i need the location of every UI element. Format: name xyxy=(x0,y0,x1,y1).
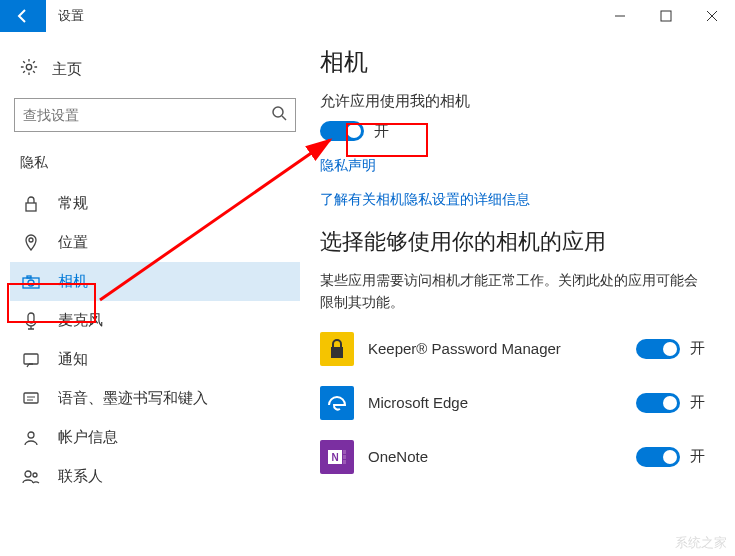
sidebar-item-label: 位置 xyxy=(58,233,88,252)
lock-icon xyxy=(20,195,42,213)
svg-point-19 xyxy=(33,473,37,477)
sidebar-item-label: 通知 xyxy=(58,350,88,369)
svg-point-5 xyxy=(273,107,283,117)
sidebar-item-label: 常规 xyxy=(58,194,88,213)
keeper-icon xyxy=(320,332,354,366)
sidebar-item-notifications[interactable]: 通知 xyxy=(10,340,300,379)
app-toggle-edge[interactable] xyxy=(636,393,680,413)
app-toggle-state: 开 xyxy=(690,393,705,412)
sidebar-item-general[interactable]: 常规 xyxy=(10,184,300,223)
sidebar-item-contacts[interactable]: 联系人 xyxy=(10,457,300,496)
app-name: Keeper® Password Manager xyxy=(368,340,636,357)
sidebar-item-speech[interactable]: 语音、墨迹书写和键入 xyxy=(10,379,300,418)
svg-rect-23 xyxy=(343,450,346,454)
learn-more-link[interactable]: 了解有关相机隐私设置的详细信息 xyxy=(320,191,705,209)
search-field[interactable] xyxy=(23,107,271,123)
svg-point-4 xyxy=(26,64,31,69)
sidebar-item-microphone[interactable]: 麦克风 xyxy=(10,301,300,340)
sidebar-item-label: 联系人 xyxy=(58,467,103,486)
svg-rect-14 xyxy=(24,393,38,403)
app-name: Microsoft Edge xyxy=(368,394,636,411)
sidebar-item-location[interactable]: 位置 xyxy=(10,223,300,262)
contacts-icon xyxy=(20,469,42,485)
svg-rect-20 xyxy=(331,347,343,358)
svg-rect-24 xyxy=(343,455,346,459)
account-icon xyxy=(20,430,42,446)
onenote-icon: N xyxy=(320,440,354,474)
toggle-caption: 允许应用使用我的相机 xyxy=(320,92,705,111)
notification-icon xyxy=(20,352,42,368)
svg-point-8 xyxy=(29,238,33,242)
microphone-icon xyxy=(20,312,42,330)
group-header-privacy: 隐私 xyxy=(10,150,300,176)
minimize-button[interactable] xyxy=(597,0,643,32)
app-toggle-onenote[interactable] xyxy=(636,447,680,467)
svg-point-17 xyxy=(28,432,34,438)
main-panel: 相机 允许应用使用我的相机 开 隐私声明 了解有关相机隐私设置的详细信息 选择能… xyxy=(310,32,735,556)
close-button[interactable] xyxy=(689,0,735,32)
svg-rect-13 xyxy=(24,354,38,364)
app-toggle-keeper[interactable] xyxy=(636,339,680,359)
sidebar-item-camera[interactable]: 相机 xyxy=(10,262,300,301)
sidebar-item-account[interactable]: 帐户信息 xyxy=(10,418,300,457)
svg-rect-11 xyxy=(27,276,31,278)
apps-section-title: 选择能够使用你的相机的应用 xyxy=(320,227,705,257)
sidebar-item-label: 麦克风 xyxy=(58,311,103,330)
maximize-button[interactable] xyxy=(643,0,689,32)
svg-rect-7 xyxy=(26,203,36,211)
sidebar: 主页 隐私 常规 位置 相机 麦克风 通知 xyxy=(0,32,310,556)
sidebar-item-label: 帐户信息 xyxy=(58,428,118,447)
app-toggle-state: 开 xyxy=(690,339,705,358)
app-toggle-state: 开 xyxy=(690,447,705,466)
app-name: OneNote xyxy=(368,448,636,465)
toggle-state: 开 xyxy=(374,122,389,141)
svg-point-10 xyxy=(28,280,34,286)
window-title: 设置 xyxy=(58,7,84,25)
home-label: 主页 xyxy=(52,60,82,79)
speech-icon xyxy=(20,391,42,407)
back-button[interactable] xyxy=(0,0,46,32)
home-nav[interactable]: 主页 xyxy=(10,52,300,86)
app-row-onenote: N OneNote 开 xyxy=(320,440,705,474)
sidebar-item-label: 语音、墨迹书写和键入 xyxy=(58,389,208,408)
svg-rect-1 xyxy=(661,11,671,21)
edge-icon xyxy=(320,386,354,420)
privacy-statement-link[interactable]: 隐私声明 xyxy=(320,157,705,175)
sidebar-item-label: 相机 xyxy=(58,272,88,291)
page-title: 相机 xyxy=(320,46,705,78)
svg-rect-12 xyxy=(28,313,34,323)
gear-icon xyxy=(20,58,38,80)
svg-point-18 xyxy=(25,471,31,477)
location-icon xyxy=(20,234,42,252)
search-icon xyxy=(271,105,287,125)
app-row-keeper: Keeper® Password Manager 开 xyxy=(320,332,705,366)
svg-text:N: N xyxy=(331,452,338,463)
apps-section-desc: 某些应用需要访问相机才能正常工作。关闭此处的应用可能会限制其功能。 xyxy=(320,269,705,314)
svg-line-6 xyxy=(282,116,286,120)
camera-access-toggle[interactable] xyxy=(320,121,364,141)
svg-rect-25 xyxy=(343,460,346,464)
camera-icon xyxy=(20,275,42,289)
app-row-edge: Microsoft Edge 开 xyxy=(320,386,705,420)
search-input[interactable] xyxy=(14,98,296,132)
